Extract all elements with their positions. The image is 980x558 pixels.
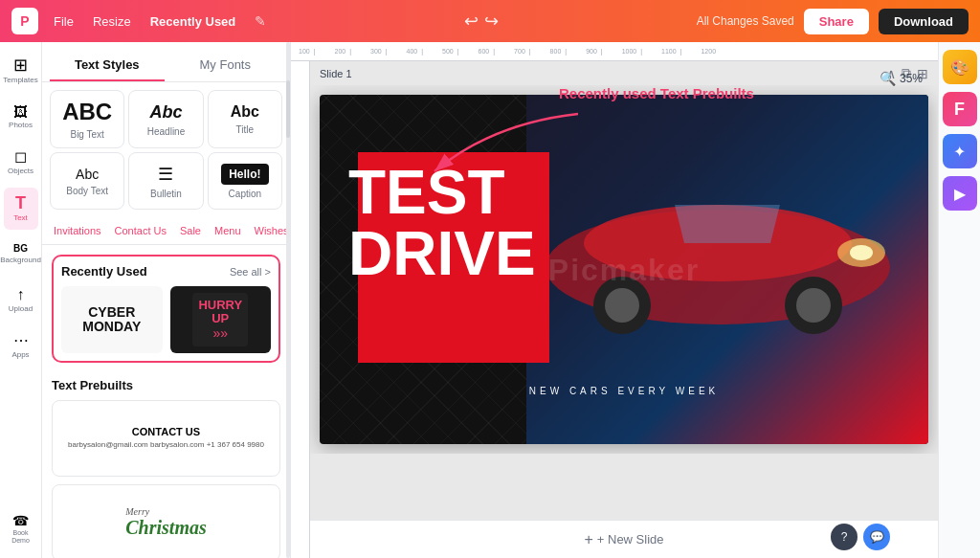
upload-icon: ↑	[17, 287, 25, 302]
text-prebuilts-section: Text Prebuilts CONTACT US barbysalon@gma…	[42, 368, 290, 558]
chat-icon: 💬	[870, 530, 884, 544]
see-all-button[interactable]: See all >	[230, 266, 271, 278]
bulletin-preview: ☰	[158, 164, 173, 185]
slide-subtitle: NEW CARS EVERY WEEK	[320, 386, 928, 396]
tag-wishes[interactable]: Wishes	[251, 223, 290, 238]
canvas-slide[interactable]: TEST DRIVE Picmaker NEW CARS EVERY WEEK	[320, 95, 928, 444]
sidebar-item-templates[interactable]: ⊞ Templates	[4, 50, 38, 92]
recently-used-box: Recently Used See all > CYBERMONDAY HURR…	[52, 255, 280, 363]
recent-item-hurry-up[interactable]: HURRYUP »»	[170, 286, 272, 353]
text-icon: T	[15, 194, 26, 212]
objects-label: Objects	[8, 167, 33, 176]
photos-icon: 🖼	[13, 104, 28, 119]
slide-label-row: Slide 1 ∧ ⧉ ⊞	[310, 61, 938, 85]
sidebar-item-photos[interactable]: 🖼 Photos	[4, 96, 38, 138]
panel-tabs: Text Styles My Fonts	[42, 42, 290, 82]
tag-contact-us[interactable]: Contact Us	[111, 223, 170, 238]
menu-recently-used[interactable]: Recently Used	[150, 14, 236, 29]
ruler-vertical: 1002003004005006007008009001000	[291, 61, 310, 558]
zoom-value: 35%	[900, 72, 923, 85]
slide-label: Slide 1	[320, 68, 352, 79]
panel-scrollbar[interactable]	[286, 42, 290, 558]
title-label: Title	[236, 124, 255, 135]
prebuilt-contact-us[interactable]: CONTACT US barbysalon@gmail.com barbysal…	[52, 400, 280, 477]
sidebar-item-objects[interactable]: ◻ Objects	[4, 142, 38, 184]
prebuilt-merry-christmas[interactable]: Merry Christmas	[52, 484, 280, 558]
sidebar-item-apps[interactable]: ⋯ Apps	[4, 325, 38, 368]
new-slide-label: + New Slide	[597, 532, 664, 547]
headline-preview: Abc	[149, 102, 182, 123]
sidebar-item-book-demo[interactable]: ☎ BookDemo	[4, 508, 38, 550]
car-svg	[526, 95, 890, 344]
download-button[interactable]: Download	[879, 9, 969, 34]
icon-bar: ⊞ Templates 🖼 Photos ◻ Objects T Text BG…	[0, 42, 42, 558]
text-style-grid: ABC Big Text Abc Headline Abc Title Abc …	[42, 82, 290, 217]
slide-test-drive: TEST DRIVE	[348, 162, 536, 284]
slide-drive-text: DRIVE	[348, 223, 536, 284]
phone-icon: ☎	[12, 514, 29, 527]
sidebar-item-upload[interactable]: ↑ Upload	[4, 279, 38, 322]
svg-marker-9	[675, 205, 780, 243]
palette-button[interactable]: 🎨	[943, 50, 977, 84]
tag-invitations[interactable]: Invitations	[50, 223, 105, 238]
canvas-workspace: 🔍 35% Slide 1 ∧ ⧉ ⊞ Recently us	[310, 61, 938, 558]
recently-used-header: Recently Used See all >	[61, 264, 271, 279]
contact-us-card: CONTACT US barbysalon@gmail.com barbysal…	[68, 426, 264, 450]
redo-button[interactable]: ↪	[484, 11, 499, 32]
recently-used-grid: CYBERMONDAY HURRYUP »»	[61, 286, 271, 353]
share-button[interactable]: Share	[804, 9, 869, 34]
headline-label: Headline	[147, 126, 185, 137]
style-bulletin[interactable]: ☰ Bulletin	[128, 152, 203, 210]
bulletin-label: Bulletin	[150, 189, 182, 199]
topbar-center: ↩ ↪	[281, 11, 680, 32]
body-text-preview: Abc	[76, 167, 99, 182]
text-label: Text	[13, 213, 28, 223]
sidebar-item-text[interactable]: T Text	[4, 188, 38, 230]
style-headline[interactable]: Abc Headline	[128, 90, 203, 148]
recent-item-cyber-monday[interactable]: CYBERMONDAY	[61, 286, 163, 353]
tag-row: Invitations Contact Us Sale Menu Wishes …	[42, 217, 290, 245]
menu-resize[interactable]: Resize	[93, 14, 131, 29]
pencil-icon[interactable]: ✎	[255, 13, 266, 29]
tab-my-fonts[interactable]: My Fonts	[168, 50, 283, 81]
tag-menu[interactable]: Menu	[211, 223, 245, 238]
cyber-monday-text: CYBERMONDAY	[82, 305, 141, 335]
style-body-text[interactable]: Abc Body Text	[50, 152, 124, 210]
undo-button[interactable]: ↩	[464, 11, 479, 32]
hurry-up-container: HURRYUP »»	[192, 293, 248, 347]
effects-icon: ✦	[953, 143, 966, 161]
merry-text: Merry	[125, 506, 206, 517]
help-icon-button[interactable]: ?	[831, 524, 858, 550]
background-label: Background	[0, 256, 41, 265]
sidebar-item-background[interactable]: BG Background	[4, 234, 38, 276]
caption-preview: Hello!	[221, 164, 268, 185]
slide-watermark: Picmaker	[548, 252, 700, 287]
right-toolbar: 🎨 F ✦ ▶	[938, 42, 980, 558]
upload-label: Upload	[9, 304, 33, 314]
menu-file[interactable]: File	[54, 14, 74, 29]
new-slide-plus-icon: +	[584, 531, 592, 548]
svg-point-8	[850, 245, 873, 260]
recently-used-section: Recently Used See all > CYBERMONDAY HURR…	[42, 245, 290, 368]
topbar-menu: File Resize Recently Used ✎	[54, 13, 266, 29]
tab-text-styles[interactable]: Text Styles	[50, 50, 165, 81]
canvas-body: 1002003004005006007008009001000 🔍 35% Sl…	[291, 61, 938, 558]
panel-scrollbar-thumb	[286, 80, 290, 138]
chat-icon-button[interactable]: 💬	[863, 524, 890, 550]
templates-icon: ⊞	[13, 56, 28, 74]
style-caption[interactable]: Hello! Caption	[208, 152, 282, 210]
effects-button[interactable]: ✦	[943, 134, 977, 168]
media-icon: ▶	[954, 185, 966, 203]
canvas-scroll-area[interactable]: TEST DRIVE Picmaker NEW CARS EVERY WEEK	[310, 85, 938, 454]
style-title[interactable]: Abc Title	[208, 90, 282, 148]
apps-label: Apps	[11, 350, 29, 360]
bottom-right-icons: ? 💬	[831, 524, 890, 550]
ruler-marks: 100 | 200 | 300 | 400 | 500 | 600 | 700 …	[291, 48, 938, 55]
font-button[interactable]: F	[943, 92, 977, 126]
style-big-text[interactable]: ABC Big Text	[50, 90, 124, 148]
media-button[interactable]: ▶	[943, 176, 977, 211]
saved-status: All Changes Saved	[697, 14, 794, 28]
tag-sale[interactable]: Sale	[176, 223, 205, 238]
ruler-horizontal: 100 | 200 | 300 | 400 | 500 | 600 | 700 …	[291, 42, 938, 61]
canvas-area: 100 | 200 | 300 | 400 | 500 | 600 | 700 …	[291, 42, 938, 558]
